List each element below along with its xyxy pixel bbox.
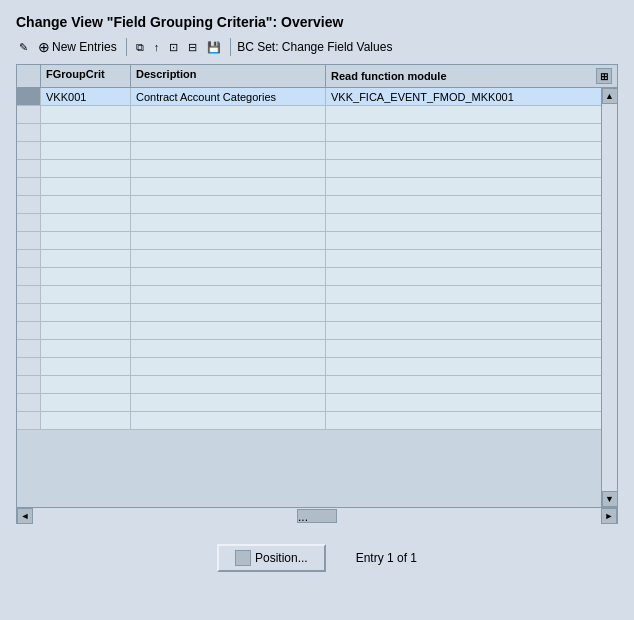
hscroll-track[interactable]: ... — [33, 508, 601, 524]
empty-cell — [41, 322, 131, 339]
header-selector — [17, 65, 41, 87]
empty-cell — [41, 394, 131, 411]
empty-cell — [131, 106, 326, 123]
row-selector[interactable] — [17, 142, 41, 159]
table-row[interactable] — [17, 106, 601, 124]
empty-cell — [41, 376, 131, 393]
empty-cell — [326, 250, 601, 267]
paste-button[interactable]: ⊡ — [166, 40, 181, 55]
table-row[interactable] — [17, 376, 601, 394]
copy-icon: ⧉ — [136, 41, 144, 54]
table-scroll-area: VKK001 Contract Account Categories VKK_F… — [17, 88, 601, 507]
empty-cell — [131, 304, 326, 321]
row-selector[interactable] — [17, 304, 41, 321]
table-row[interactable] — [17, 196, 601, 214]
row-selector[interactable] — [17, 214, 41, 231]
table-row[interactable] — [17, 232, 601, 250]
scroll-track[interactable] — [602, 104, 618, 491]
table-row[interactable] — [17, 250, 601, 268]
cell-description-1: Contract Account Categories — [131, 88, 326, 105]
empty-cell — [326, 106, 601, 123]
row-selector[interactable] — [17, 160, 41, 177]
empty-cell — [41, 214, 131, 231]
empty-cell — [41, 178, 131, 195]
empty-cell — [41, 286, 131, 303]
table-row[interactable] — [17, 358, 601, 376]
row-selector[interactable] — [17, 124, 41, 141]
empty-cell — [41, 106, 131, 123]
scroll-right-button[interactable]: ► — [601, 508, 617, 524]
empty-cell — [131, 394, 326, 411]
table-row[interactable] — [17, 322, 601, 340]
copy-row-button[interactable]: ⧉ — [133, 40, 147, 55]
row-selector[interactable] — [17, 412, 41, 429]
move-up-icon: ↑ — [154, 41, 160, 53]
empty-cell — [131, 358, 326, 375]
row-selector[interactable] — [17, 250, 41, 267]
row-selector[interactable] — [17, 322, 41, 339]
table-row[interactable] — [17, 268, 601, 286]
hscroll-thumb[interactable]: ... — [297, 509, 337, 523]
empty-cell — [326, 196, 601, 213]
empty-cell — [326, 304, 601, 321]
column-settings-icon[interactable]: ⊞ — [596, 68, 612, 84]
delete-button[interactable]: ⊟ — [185, 40, 200, 55]
empty-cell — [41, 268, 131, 285]
empty-cell — [326, 232, 601, 249]
bc-set-label: BC Set: Change Field Values — [237, 40, 392, 54]
row-selector[interactable] — [17, 232, 41, 249]
empty-cell — [131, 124, 326, 141]
empty-cell — [41, 142, 131, 159]
main-container: Change View "Field Grouping Criteria": O… — [0, 0, 634, 620]
row-selector[interactable] — [17, 358, 41, 375]
scroll-up-button[interactable]: ▲ — [602, 88, 618, 104]
table-row[interactable] — [17, 160, 601, 178]
horizontal-scrollbar[interactable]: ◄ ... ► — [17, 507, 617, 523]
save-icon: 💾 — [207, 41, 221, 54]
vertical-scrollbar[interactable]: ▲ ▼ — [601, 88, 617, 507]
empty-cell — [41, 160, 131, 177]
move-up-button[interactable]: ↑ — [151, 40, 163, 54]
row-selector[interactable] — [17, 376, 41, 393]
empty-cell — [41, 412, 131, 429]
table-row[interactable] — [17, 340, 601, 358]
row-selector[interactable] — [17, 178, 41, 195]
pencil-button[interactable]: ✎ — [16, 40, 31, 55]
table-row[interactable] — [17, 304, 601, 322]
table-row[interactable] — [17, 394, 601, 412]
scroll-left-button[interactable]: ◄ — [17, 508, 33, 524]
position-button[interactable]: Position... — [217, 544, 326, 572]
header-fgroupcrit: FGroupCrit — [41, 65, 131, 87]
table-row[interactable] — [17, 412, 601, 430]
empty-cell — [326, 160, 601, 177]
table-row[interactable] — [17, 124, 601, 142]
empty-cell — [41, 304, 131, 321]
position-label: Position... — [255, 551, 308, 565]
page-title: Change View "Field Grouping Criteria": O… — [8, 8, 626, 34]
empty-cell — [131, 232, 326, 249]
row-selector[interactable] — [17, 394, 41, 411]
position-icon — [235, 550, 251, 566]
row-selector[interactable] — [17, 196, 41, 213]
table-row[interactable] — [17, 142, 601, 160]
row-selector[interactable] — [17, 340, 41, 357]
new-entries-label: New Entries — [52, 40, 117, 54]
row-selector-1[interactable] — [17, 88, 41, 105]
table-body: VKK001 Contract Account Categories VKK_F… — [17, 88, 617, 507]
empty-cell — [326, 268, 601, 285]
table-row[interactable] — [17, 178, 601, 196]
table-row[interactable] — [17, 214, 601, 232]
save-button[interactable]: 💾 — [204, 40, 224, 55]
delete-icon: ⊟ — [188, 41, 197, 54]
row-selector[interactable] — [17, 268, 41, 285]
empty-cell — [326, 340, 601, 357]
table-row[interactable]: VKK001 Contract Account Categories VKK_F… — [17, 88, 601, 106]
row-selector[interactable] — [17, 286, 41, 303]
scroll-down-button[interactable]: ▼ — [602, 491, 618, 507]
empty-cell — [41, 358, 131, 375]
table-row[interactable] — [17, 286, 601, 304]
empty-cell — [131, 268, 326, 285]
header-description: Description — [131, 65, 326, 87]
new-entries-button[interactable]: ⊕ New Entries — [35, 38, 120, 56]
row-selector[interactable] — [17, 106, 41, 123]
